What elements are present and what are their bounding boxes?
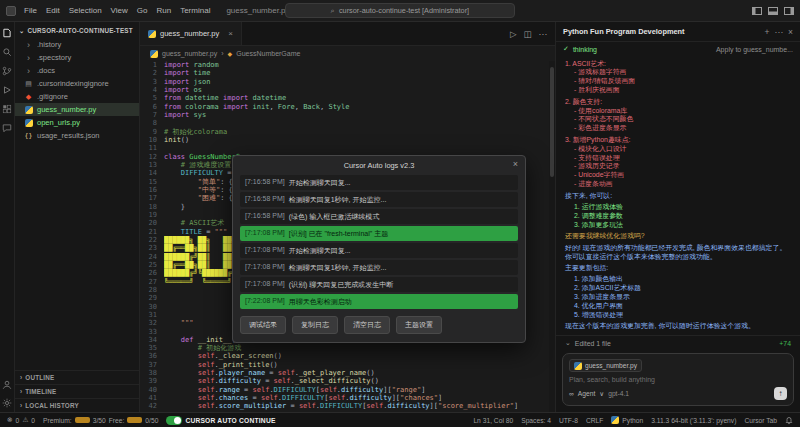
account-icon[interactable] (2, 379, 13, 390)
premium-label: Premium: (43, 417, 72, 424)
search-sidebar-icon[interactable] (2, 46, 13, 57)
warning-count: 0 (31, 417, 35, 424)
toggle-sidebar-icon[interactable] (752, 7, 762, 15)
file-item[interactable]: {}usage_results.json (15, 129, 139, 142)
file-item[interactable]: open_urls.py (15, 116, 139, 129)
toggle-switch[interactable] (166, 416, 182, 425)
file-item[interactable]: guess_number.py (15, 103, 139, 116)
thinking-label: thinking (573, 46, 597, 53)
settings-gear-icon[interactable] (2, 397, 13, 408)
code-line: 8 (140, 119, 555, 127)
context-chip-label: guess_number.py (585, 362, 637, 369)
editor-scrollbar[interactable] (549, 61, 555, 412)
chat-input-box[interactable]: guess_number.py Plan, search, build anyt… (562, 353, 794, 406)
file-item[interactable]: ›.docs (15, 64, 139, 77)
encoding[interactable]: UTF-8 (559, 417, 578, 424)
file-item[interactable]: ▤.cursorindexingignore (15, 77, 139, 90)
sidebar-section-outline[interactable]: ›OUTLINE (15, 370, 139, 384)
python-interpreter[interactable]: 3.11.3 64-bit ('3.11.3': pyenv) (651, 417, 736, 424)
run-debug-icon[interactable] (2, 84, 13, 95)
code-line: 39 self.difficulty = self._select_diffic… (140, 377, 555, 385)
line-number: 5 (140, 94, 164, 102)
sidebar-bottom-sections: ›OUTLINE›TIMELINE›LOCAL HISTORY (15, 370, 139, 412)
chat-close-icon[interactable]: × (788, 27, 793, 37)
sidebar-section-timeline[interactable]: ›TIMELINE (15, 384, 139, 398)
line-number: 6 (140, 103, 164, 111)
toggle-secondary-sidebar-icon[interactable] (784, 7, 794, 15)
problems-indicator[interactable]: ⊗0 ⚠0 (7, 416, 35, 424)
menu-file[interactable]: File (20, 4, 41, 17)
run-file-icon[interactable]: ▷ (510, 29, 517, 39)
code-line: 36 self._clear_screen() (140, 352, 555, 360)
chat-more-icon[interactable]: ⋯ (775, 27, 784, 37)
cursor-position[interactable]: Ln 31, Col 80 (473, 417, 513, 424)
auto-logs-modal: Cursor Auto logs v2.3 × [7:16:58 PM]开始检测… (232, 155, 526, 343)
sidebar-section-local-history[interactable]: ›LOCAL HISTORY (15, 398, 139, 412)
premium-usage[interactable]: Premium: 3/50 Free: 0/50 (43, 417, 158, 424)
extensions-icon[interactable] (2, 103, 13, 114)
toggle-panel-icon[interactable] (768, 7, 778, 15)
chat-input-toolbar: ∞ Agent ∨ gpt-4.1 ↑ (569, 387, 787, 400)
line-number: 38 (140, 369, 164, 377)
indentation[interactable]: Spaces: 4 (521, 417, 551, 424)
breadcrumb[interactable]: guess_number.py › ◆ GuessNumberGame (140, 46, 555, 61)
eol-sequence[interactable]: CRLF (586, 417, 603, 424)
chevron-down-icon: ⌄ (19, 27, 24, 34)
cursor-tab-status[interactable]: Cursor Tab (744, 417, 777, 424)
chat-panel: Python Fun Program Development + ⋯ × ✓ t… (555, 22, 800, 412)
send-button[interactable]: ↑ (774, 387, 787, 400)
split-editor-icon[interactable]: ◫ (523, 29, 531, 39)
notifications-bell-icon[interactable] (785, 416, 793, 425)
file-item[interactable]: ◆.gitignore (15, 90, 139, 103)
code-line: 40 self.range = self.DIFFICULTY[self.dif… (140, 386, 555, 394)
menu-edit[interactable]: Edit (42, 4, 64, 17)
new-chat-icon[interactable]: + (765, 27, 770, 37)
modal-button[interactable]: 主题设置 (396, 316, 442, 334)
context-file-chip[interactable]: guess_number.py (569, 359, 642, 372)
editor-more-icon[interactable]: ⋯ (539, 29, 548, 39)
breadcrumb-file[interactable]: guess_number.py (162, 50, 217, 57)
mode-selector[interactable]: Agent (578, 390, 595, 397)
source-control-icon[interactable] (2, 65, 13, 76)
file-item[interactable]: ›.specstory (15, 51, 139, 64)
tab-close-icon[interactable]: × (228, 29, 233, 38)
chat-block: 现在这个版本的游戏更加完善, 你可以随时运行体验这个游戏。 (565, 322, 791, 331)
breadcrumb-symbol[interactable]: GuessNumberGame (236, 50, 300, 57)
line-number: 9 (140, 128, 164, 136)
model-selector[interactable]: gpt-4.1 (608, 390, 629, 397)
explorer-icon[interactable] (2, 27, 13, 38)
auto-continue-toggle[interactable]: CURSOR AUTO CONTINUE (166, 416, 275, 425)
menu-terminal[interactable]: Terminal (176, 4, 214, 17)
line-number: 35 (140, 344, 164, 352)
edited-files-row[interactable]: ⌄ Edited 1 file +74 (556, 335, 800, 350)
chat-sidebar-icon[interactable] (2, 122, 13, 133)
menu-run[interactable]: Run (152, 4, 175, 17)
app-window: FileEditSelectionViewGoRunTerminal guess… (0, 0, 800, 427)
tab-guess-number[interactable]: guess_number.py × (140, 22, 242, 45)
python-file-icon (574, 362, 582, 370)
language-mode[interactable]: Python (611, 416, 643, 424)
chat-block: 主要更新包括: (565, 264, 791, 273)
file-name: .docs (37, 66, 55, 75)
modal-button[interactable]: 调试结果 (240, 316, 286, 334)
line-number: 23 (140, 244, 164, 252)
line-number: 14 (140, 169, 164, 177)
command-center-search[interactable]: ⌕ cursor-auto-continue-test [Administrat… (285, 3, 515, 18)
menu-selection[interactable]: Selection (65, 4, 106, 17)
menu-view[interactable]: View (107, 4, 132, 17)
modal-close-icon[interactable]: × (513, 159, 518, 169)
code-line: 4import os (140, 86, 555, 94)
apply-link[interactable]: Apply to guess_numbe... (716, 46, 793, 53)
modal-button[interactable]: 清空日志 (344, 316, 390, 334)
file-item[interactable]: ›.history (15, 38, 139, 51)
line-number: 25 (140, 261, 164, 269)
line-number: 3 (140, 78, 164, 86)
chat-messages[interactable]: 1. ASCII艺术:- 游戏标题字符画- 猜对/猜错反馈画面- 胜利庆祝画面2… (556, 55, 800, 335)
menu-go[interactable]: Go (133, 4, 152, 17)
chat-input-placeholder[interactable]: Plan, search, build anything (569, 376, 787, 383)
folder-chevron-icon: › (24, 40, 33, 49)
mode-dropdown-icon[interactable]: ∨ (599, 390, 604, 398)
modal-button[interactable]: 复制日志 (292, 316, 338, 334)
explorer-root-header[interactable]: ⌄ CURSOR-AUTO-CONTINUE-TEST (15, 22, 139, 38)
json-file-icon: {} (24, 131, 33, 140)
